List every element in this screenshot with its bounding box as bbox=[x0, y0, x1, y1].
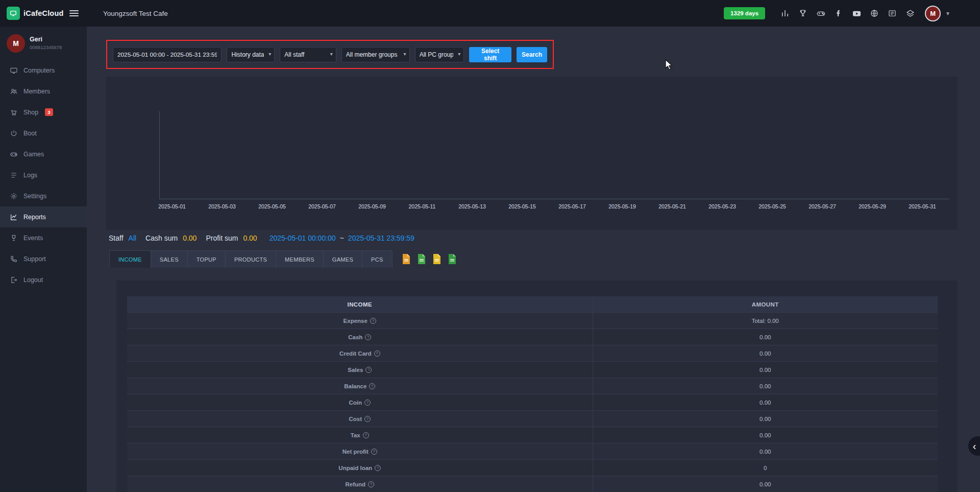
staff-select[interactable]: All staff bbox=[280, 47, 336, 62]
info-icon[interactable]: ? bbox=[371, 449, 377, 455]
profit-sum-label: Profit sum bbox=[206, 234, 238, 242]
shop-count-badge: 3 bbox=[45, 108, 53, 116]
table-row: Coin? 0.00 bbox=[127, 394, 938, 411]
filter-bar: History data All staff All member groups… bbox=[106, 40, 554, 69]
sidebar-item-label: Shop bbox=[23, 109, 38, 116]
income-header: INCOME bbox=[127, 296, 593, 312]
stats-icon[interactable] bbox=[780, 8, 790, 18]
sidebar-item-computers[interactable]: Computers bbox=[0, 60, 87, 81]
data-type-select[interactable]: History data bbox=[227, 47, 275, 62]
x-axis-label: 2025-05-31 bbox=[897, 203, 947, 209]
pc-groups-select[interactable]: All PC groups bbox=[415, 47, 464, 62]
facebook-icon[interactable] bbox=[834, 8, 844, 18]
sidebar-item-reports[interactable]: Reports bbox=[0, 206, 87, 227]
globe-icon[interactable] bbox=[869, 8, 879, 18]
sidebar-item-boot[interactable]: Boot bbox=[0, 123, 87, 144]
staff-select-wrap: All staff bbox=[280, 47, 336, 62]
sidebar-item-label: Support bbox=[23, 255, 46, 263]
info-icon[interactable]: ? bbox=[374, 350, 380, 357]
x-axis-label: 2025-05-07 bbox=[297, 203, 347, 209]
export-xlsx-icon[interactable] bbox=[448, 254, 456, 264]
info-icon[interactable]: ? bbox=[364, 400, 371, 406]
tab-products[interactable]: PRODUCTS bbox=[226, 251, 276, 268]
cafe-name: Youngzsoft Test Cafe bbox=[103, 10, 168, 17]
income-table: INCOME AMOUNT Expense? Total: 0.00 Cash?… bbox=[127, 296, 938, 492]
sidebar-item-logs[interactable]: Logs bbox=[0, 165, 87, 185]
sidebar-item-settings[interactable]: Settings bbox=[0, 185, 87, 206]
sidebar-item-label: Settings bbox=[23, 193, 46, 200]
row-amount: Total: 0.00 bbox=[593, 313, 938, 329]
menu-toggle-icon[interactable] bbox=[69, 9, 79, 18]
table-header-row: INCOME AMOUNT bbox=[127, 296, 938, 313]
sidebar-item-members[interactable]: Members bbox=[0, 81, 87, 102]
row-label: Net profit bbox=[342, 449, 369, 455]
info-icon[interactable]: ? bbox=[375, 465, 381, 471]
tab-topup[interactable]: TOPUP bbox=[188, 251, 226, 268]
info-icon[interactable]: ? bbox=[369, 383, 375, 389]
export-xls-icon[interactable] bbox=[433, 254, 441, 264]
youtube-icon[interactable] bbox=[851, 8, 862, 18]
x-axis-label: 2025-05-27 bbox=[797, 203, 847, 209]
row-amount: 0.00 bbox=[593, 411, 938, 427]
sidebar-item-shop[interactable]: Shop 3 bbox=[0, 102, 87, 123]
app-name: iCafeCloud bbox=[23, 9, 64, 17]
games-icon bbox=[10, 150, 18, 158]
sidebar-item-events[interactable]: Events bbox=[0, 227, 87, 248]
news-icon[interactable] bbox=[887, 8, 897, 18]
date-range-input[interactable] bbox=[113, 47, 222, 62]
x-axis-label: 2025-05-25 bbox=[747, 203, 797, 209]
export-csv-icon[interactable] bbox=[418, 254, 426, 264]
sidebar-item-logout[interactable]: Logout bbox=[0, 269, 87, 290]
layers-icon[interactable] bbox=[905, 8, 915, 18]
report-tabs: INCOME SALES TOPUP PRODUCTS MEMBERS GAME… bbox=[109, 250, 393, 267]
profit-sum-value: 0.00 bbox=[243, 234, 257, 242]
export-pdf-icon[interactable] bbox=[402, 254, 410, 264]
summary-row: Staff All Cash sum 0.00 Profit sum 0.00 … bbox=[109, 234, 414, 242]
row-label: Refund bbox=[345, 481, 365, 487]
discord-icon[interactable] bbox=[816, 8, 826, 18]
sidebar-item-games[interactable]: Games bbox=[0, 144, 87, 165]
chevron-down-icon[interactable]: ▼ bbox=[945, 11, 950, 16]
sidebar-item-support[interactable]: Support bbox=[0, 248, 87, 269]
info-icon[interactable]: ? bbox=[364, 416, 371, 422]
tab-pcs[interactable]: PCS bbox=[362, 251, 393, 268]
row-amount: 0.00 bbox=[593, 443, 938, 459]
sidebar-item-label: Reports bbox=[23, 214, 46, 221]
table-row: Cost? 0.00 bbox=[127, 411, 938, 427]
info-icon[interactable]: ? bbox=[363, 432, 369, 438]
select-shift-button[interactable]: Select shift bbox=[469, 47, 511, 62]
row-amount: 0.00 bbox=[593, 476, 938, 492]
x-axis-label: 2025-05-01 bbox=[147, 203, 197, 209]
report-tabs-row: INCOME SALES TOPUP PRODUCTS MEMBERS GAME… bbox=[109, 250, 456, 267]
info-icon[interactable]: ? bbox=[365, 334, 371, 340]
tab-members[interactable]: MEMBERS bbox=[276, 251, 324, 268]
period-end: 2025-05-31 23:59:59 bbox=[348, 234, 414, 242]
sidebar: M Geri 008812345678 Computers Members Sh… bbox=[0, 27, 87, 492]
subscription-days-badge[interactable]: 1329 days bbox=[724, 7, 765, 19]
export-buttons bbox=[402, 254, 456, 264]
sidebar-user-block: M Geri 008812345678 bbox=[0, 27, 87, 59]
user-avatar[interactable]: M bbox=[925, 6, 941, 21]
member-groups-select[interactable]: All member groups bbox=[341, 47, 410, 62]
collapse-chevron-icon: ‹ bbox=[973, 440, 976, 452]
row-label: Tax bbox=[351, 432, 360, 438]
trophy-icon[interactable] bbox=[798, 8, 808, 18]
period-separator: ~ bbox=[340, 234, 344, 242]
shop-icon bbox=[10, 108, 18, 116]
app-header: iCafeCloud Youngzsoft Test Cafe 1329 day… bbox=[0, 0, 980, 27]
info-icon[interactable]: ? bbox=[365, 367, 372, 373]
row-label: Unpaid loan bbox=[338, 465, 372, 471]
logout-icon bbox=[10, 276, 18, 284]
app-logo[interactable]: iCafeCloud bbox=[7, 7, 64, 20]
search-button[interactable]: Search bbox=[517, 47, 547, 62]
main-content: History data All staff All member groups… bbox=[87, 27, 980, 492]
info-icon[interactable]: ? bbox=[368, 481, 374, 487]
tab-income[interactable]: INCOME bbox=[110, 251, 151, 268]
row-amount: 0 bbox=[593, 460, 938, 476]
tab-sales[interactable]: SALES bbox=[151, 251, 188, 268]
x-axis-label: 2025-05-15 bbox=[497, 203, 547, 209]
tab-games[interactable]: GAMES bbox=[324, 251, 362, 268]
members-icon bbox=[10, 87, 18, 96]
sidebar-user-avatar: M bbox=[7, 34, 25, 53]
info-icon[interactable]: ? bbox=[370, 318, 376, 324]
